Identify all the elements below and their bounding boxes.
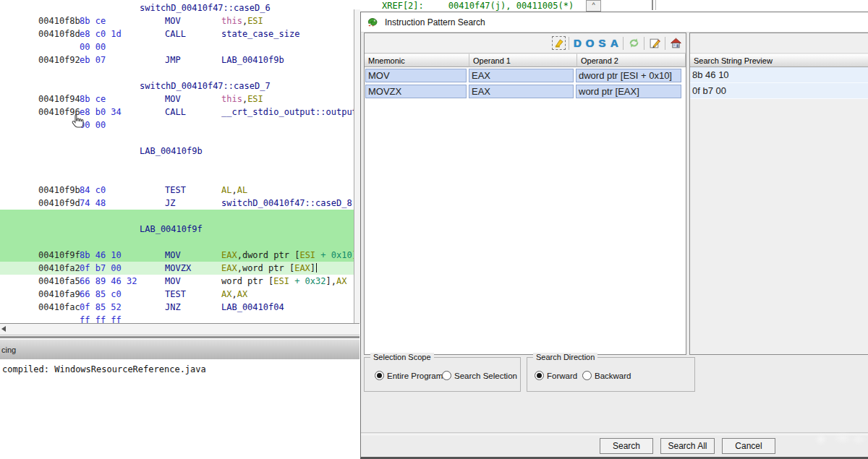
selection-scope-title: Selection Scope — [370, 353, 434, 361]
listing-vertical-scrollbar[interactable] — [354, 9, 360, 323]
column-header-search-string-preview[interactable]: Search String Preview — [690, 53, 868, 67]
listing-operands: word ptr [ESI + 0x32],AX — [221, 276, 346, 286]
dashed-selection-icon — [552, 36, 566, 50]
console-output: compiled: WindowsResourceReference.java — [0, 359, 359, 459]
listing-instruction-row[interactable]: 00410f8de8 c0 1dCALLstate_case_size — [0, 27, 354, 40]
listing-horizontal-scrollbar[interactable] — [0, 323, 359, 335]
listing-bytes: 74 48 — [80, 198, 106, 208]
listing-operands: AL,AL — [221, 185, 247, 195]
listing-operands: switchD_00410f47::caseD_8 — [221, 198, 352, 208]
listing-label: LAB_00410f9f — [140, 224, 203, 234]
pattern-cell[interactable]: word ptr [EAX] — [576, 85, 681, 98]
listing-mnemonic: MOV — [165, 94, 181, 104]
pane-splitter[interactable] — [0, 336, 359, 338]
listing-instruction-row[interactable]: 00410fa566 89 46 32MOVword ptr [ESI + 0x… — [0, 275, 354, 288]
console-panel-header[interactable]: cing — [0, 339, 359, 359]
dialog-toolbar: DOSA — [365, 33, 686, 53]
column-header-operand-1[interactable]: Operand 1 — [469, 53, 577, 67]
radio-forward[interactable]: Forward — [535, 371, 577, 380]
scroll-left-arrow-icon[interactable] — [1, 326, 6, 332]
disassembly-listing[interactable]: switchD_00410f47::caseD_600410f8b8b ceMO… — [0, 0, 359, 323]
listing-mnemonic: MOVZX — [165, 263, 191, 273]
radio-label: Backward — [595, 372, 631, 380]
listing-spacer-row — [0, 67, 354, 80]
pattern-table-header: Mnemonic Operand 1 Operand 2 — [365, 53, 686, 67]
dialog-titlebar[interactable]: Instruction Pattern Search — [361, 12, 868, 33]
home-icon[interactable] — [668, 35, 684, 51]
listing-instruction-row[interactable]: 00410f9d74 48JZswitchD_00410f47::caseD_8 — [0, 197, 354, 210]
pattern-table-body: MOVEAXdword ptr [ESI + 0x10]MOVZXEAXword… — [365, 67, 686, 99]
listing-address: 00410fac — [38, 302, 80, 312]
listing-label-row[interactable]: switchD_00410f47::caseD_7 — [0, 80, 354, 93]
listing-address: 00410f9f — [38, 250, 80, 260]
manual-entry-icon[interactable] — [550, 35, 566, 51]
listing-instruction-row[interactable]: 00410f9f8b 46 10MOVEAX,dword ptr [ESI + … — [0, 249, 354, 262]
listing-instruction-row[interactable]: 00410f9b84 c0TESTAL,AL — [0, 184, 354, 197]
listing-spacer-row — [0, 132, 354, 145]
listing-label: LAB_00410f9b — [140, 146, 203, 156]
toolbar-separator — [569, 37, 569, 50]
listing-bytes: ff ff ff — [80, 315, 122, 323]
listing-bytes-row[interactable]: 00 00 — [0, 119, 354, 132]
listing-label: switchD_00410f47::caseD_7 — [140, 81, 271, 91]
listing-operands: this,ESI — [221, 16, 263, 26]
listing-instruction-row[interactable]: 00410fa966 85 c0TESTAX,AX — [0, 288, 354, 301]
listing-instruction-row[interactable]: 00410f92eb 07JMPLAB_00410f9b — [0, 53, 354, 67]
listing-bytes: e8 b0 34 — [80, 107, 122, 117]
listing-label-row[interactable]: LAB_00410f9b — [0, 145, 354, 158]
listing-bytes: 8b ce — [80, 16, 106, 26]
watermark — [811, 426, 868, 450]
toolbar-letter-a-icon[interactable]: A — [608, 35, 621, 51]
column-header-mnemonic[interactable]: Mnemonic — [365, 53, 469, 67]
scroll-up-button[interactable]: ^ — [586, 0, 601, 12]
listing-instruction-row[interactable]: 00410fac0f 85 52JNZLAB_00410f04 — [0, 301, 354, 314]
toolbar-letter-o-icon[interactable]: O — [584, 35, 596, 51]
listing-operands: LAB_00410f04 — [221, 302, 284, 312]
radio-search-selection[interactable]: Search Selection — [442, 371, 517, 380]
toolbar-letter-toggles: DOSA — [571, 35, 621, 51]
listing-rows: switchD_00410f47::caseD_600410f8b8b ceMO… — [0, 1, 359, 323]
listing-bytes-row[interactable]: 00 00 — [0, 40, 354, 53]
radio-label: Search Selection — [454, 372, 517, 380]
cancel-button[interactable]: Cancel — [722, 438, 775, 454]
preview-row[interactable]: 8b 46 10 — [690, 67, 868, 83]
listing-bytes: eb 07 — [80, 55, 106, 65]
instruction-pattern-search-dialog: Instruction Pattern Search DOSA — [360, 12, 868, 459]
listing-mnemonic: JNZ — [165, 302, 181, 312]
listing-instruction-row[interactable]: 00410fa20f b7 00MOVZXEAX,word ptr [EAX] — [0, 262, 354, 275]
search-button[interactable]: Search — [600, 438, 653, 454]
refresh-icon[interactable] — [626, 35, 642, 51]
listing-bytes-row[interactable]: ff ff ff — [0, 314, 354, 323]
listing-address: 00410f92 — [38, 55, 80, 65]
listing-bytes: 66 85 c0 — [80, 289, 122, 299]
toolbar-letter-d-icon[interactable]: D — [571, 35, 584, 51]
screen: XREF[2]:00410f47(j), 00411005(*) ^ switc… — [0, 0, 868, 459]
listing-label-row[interactable]: switchD_00410f47::caseD_6 — [0, 1, 354, 14]
pattern-row: MOVEAXdword ptr [ESI + 0x10] — [365, 67, 686, 83]
radio-label: Entire Program — [387, 372, 443, 380]
pattern-cell[interactable]: MOVZX — [365, 85, 467, 98]
selection-scope-group: Selection Scope Entire ProgramSearch Sel… — [364, 357, 521, 392]
pattern-cell[interactable]: EAX — [469, 69, 574, 82]
listing-instruction-row[interactable]: 00410f8b8b ceMOVthis,ESI — [0, 14, 354, 27]
listing-address: 00410f9d — [38, 198, 80, 208]
toolbar-letter-s-icon[interactable]: S — [596, 35, 608, 51]
pattern-cell[interactable]: EAX — [469, 85, 574, 98]
preview-row[interactable]: 0f b7 00 — [690, 83, 868, 99]
radio-backward[interactable]: Backward — [582, 371, 631, 380]
listing-label-row[interactable]: LAB_00410f9f — [0, 223, 354, 236]
pane-divider — [652, 0, 653, 10]
radio-entire-program[interactable]: Entire Program — [375, 371, 443, 380]
listing-spacer-row — [0, 236, 354, 249]
ghidra-dragon-icon — [367, 17, 379, 28]
listing-instruction-row[interactable]: 00410f96e8 b0 34CALL__crt_stdio_output::… — [0, 106, 354, 119]
edit-pencil-icon[interactable] — [647, 35, 663, 51]
search-all-button[interactable]: Search All — [660, 438, 715, 454]
column-header-operand-2[interactable]: Operand 2 — [577, 53, 686, 67]
text-caret — [316, 263, 317, 273]
listing-mnemonic: MOV — [165, 16, 181, 26]
listing-instruction-row[interactable]: 00410f948b ceMOVthis,ESI — [0, 93, 354, 106]
pattern-cell[interactable]: dword ptr [ESI + 0x10] — [576, 69, 681, 82]
pattern-cell[interactable]: MOV — [365, 69, 467, 82]
console-header-label: cing — [1, 346, 16, 354]
